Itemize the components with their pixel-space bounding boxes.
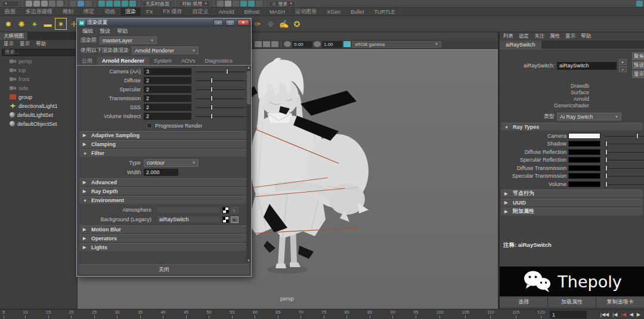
shelf-tab-曲面[interactable]: 曲面 [0,8,21,16]
symmetry-selector[interactable]: 对称:禁用 ▼ [179,1,210,7]
outliner-menu-0[interactable]: 显示 [4,41,14,48]
renderer-dropdown[interactable]: Arnold Renderer ▼ [132,47,199,54]
sampling-value-field[interactable]: 2 [144,86,191,93]
scroll-down-icon[interactable]: ▼ [246,259,251,262]
playback-button-3[interactable]: ◀ [630,312,633,317]
area-light-icon[interactable]: ▬ [42,18,54,30]
render-settings-tab-公用[interactable]: 公用 [77,57,97,65]
snap-point-icon[interactable] [114,1,120,7]
render-settings-menu-0[interactable]: 编辑 [82,27,93,35]
ae-bottom-button-0[interactable]: 选择 [500,297,547,307]
timeline-tick-75[interactable]: 75 [321,309,326,319]
outliner-item-top[interactable]: top [0,66,77,75]
sampling-slider[interactable] [196,77,245,84]
ray-type-slider[interactable] [604,165,644,172]
gamma-field[interactable]: 1.00 [322,41,342,48]
progressive-render-checkbox[interactable] [147,123,152,128]
hypershade-icon[interactable] [248,1,255,7]
point-light-icon[interactable]: ✺ [16,18,27,30]
timeline-tick-45[interactable]: 45 [184,309,188,319]
snap-plane-icon[interactable] [122,1,128,7]
slider-handle[interactable] [636,133,639,139]
shelf-tab-雕刻[interactable]: 雕刻 [58,8,79,16]
ae-menu-2[interactable]: 关注 [534,33,544,40]
render-settings-tab-AOVs[interactable]: AOVs [177,57,200,65]
sampling-value-field[interactable]: 2 [144,95,191,102]
slider-handle[interactable] [226,69,228,75]
shelf-tab-自定义[interactable]: 自定义 [188,8,214,16]
section-clamping[interactable]: ▶Clamping [79,140,249,148]
select-object-icon[interactable] [78,1,84,7]
ae-menu-4[interactable]: 显示 [565,33,575,40]
background-checker-icon[interactable] [222,216,229,223]
ray-type-slider[interactable] [604,148,644,156]
ray-type-slider[interactable] [604,140,644,147]
timeline-tick-70[interactable]: 70 [299,309,304,319]
filter-width-field[interactable]: 2.000 [144,169,178,176]
timeline-tick-80[interactable]: 80 [345,309,349,319]
outliner-item-directionalLight1[interactable]: directionalLight1 [0,101,77,110]
color-swatch[interactable] [568,157,600,163]
outliner-menu-1[interactable]: 显示 [20,41,30,48]
render-globe-icon[interactable]: ✪ [291,18,303,30]
spot-light-icon[interactable]: ✸ [2,18,14,30]
timeline-tick-35[interactable]: 35 [138,309,143,319]
ae-menu-3[interactable]: 属性 [550,33,560,40]
shelf-tab-Arnold[interactable]: Arnold [214,8,240,16]
ipr-render-icon[interactable] [233,1,239,7]
color-swatch[interactable] [568,149,600,155]
focus-node-icon[interactable]: ▸ [619,59,627,65]
timeline-tick-65[interactable]: 65 [275,309,280,319]
sampling-slider[interactable] [196,104,245,111]
outliner-tab[interactable]: 大纲视图 [0,32,27,40]
shelf-tab-绑定[interactable]: 绑定 [79,8,100,16]
timeline-tick-115[interactable]: 115 [512,309,519,319]
gamma-icon[interactable] [314,41,321,47]
ae-bottom-button-1[interactable]: 加载属性 [548,297,596,307]
menu-set-selector[interactable]: ▼ [1,1,19,7]
atmosphere-field[interactable] [156,206,221,213]
maximize-button[interactable]: □ [225,20,235,26]
ray-type-slider[interactable] [604,172,644,179]
view-transform-icon[interactable] [343,41,351,47]
sampling-value-field[interactable]: 2 [144,104,191,111]
outliner-item-front[interactable]: front [0,75,77,83]
sampling-slider[interactable] [196,86,245,93]
render-view-icon[interactable] [217,1,224,7]
render-settings-tab-Diagnostics[interactable]: Diagnostics [200,57,238,65]
slider-handle[interactable] [210,104,213,110]
timeline-tick-15[interactable]: 15 [46,309,51,319]
sampling-slider[interactable] [196,68,245,75]
sign-in-menu[interactable]: 登录 ▼ [269,1,296,7]
render-settings-icon[interactable] [240,1,247,7]
current-frame-field[interactable]: 1 [550,311,587,318]
section-lights[interactable]: ▶Lights [79,243,249,251]
isolate-select-icon[interactable] [255,41,262,47]
shelf-tab-TURTLE[interactable]: TURTLE [370,8,401,16]
timeline-tick-110[interactable]: 110 [487,309,494,319]
shelf-tab-FX 缓存[interactable]: FX 缓存 [159,8,188,16]
render-current-frame-icon[interactable] [225,1,231,7]
outliner-item-defaultObjectSet[interactable]: defaultObjectSet [0,119,77,128]
ae-side-button-0[interactable]: 聚焦 [632,52,644,60]
shelf-tab-运动图形[interactable]: 运动图形 [290,8,322,16]
save-scene-icon[interactable] [41,1,48,7]
render-layer-dropdown[interactable]: masterLayer ▼ [100,36,157,44]
background-map-button[interactable]: ► [231,216,239,223]
sampling-value-field[interactable]: 2 [144,113,191,120]
timeline-tick-95[interactable]: 95 [413,309,418,319]
disabled-tool-icon[interactable]: ✥ [265,18,277,30]
exposure-field[interactable]: 0.00 [292,41,312,48]
live-surface-selector[interactable]: 无实时曲面 [143,1,172,7]
ray-type-slider[interactable] [604,132,644,140]
ae-bottom-button-2[interactable]: 复制选项卡 [596,297,644,307]
slider-handle[interactable] [605,165,608,171]
sampling-slider[interactable] [196,113,245,120]
color-swatch[interactable] [568,141,600,147]
shelf-tab-MASH[interactable]: MASH [265,8,290,16]
outliner-item-defaultLightSet[interactable]: defaultLightSet [0,110,77,119]
timeline-tick-120[interactable]: 120 [537,309,545,319]
ae-side-button-2[interactable]: 显示 [632,70,644,78]
timeline-tick-60[interactable]: 60 [253,309,258,319]
ae-node-tab[interactable]: aiRaySwitch [500,41,541,49]
